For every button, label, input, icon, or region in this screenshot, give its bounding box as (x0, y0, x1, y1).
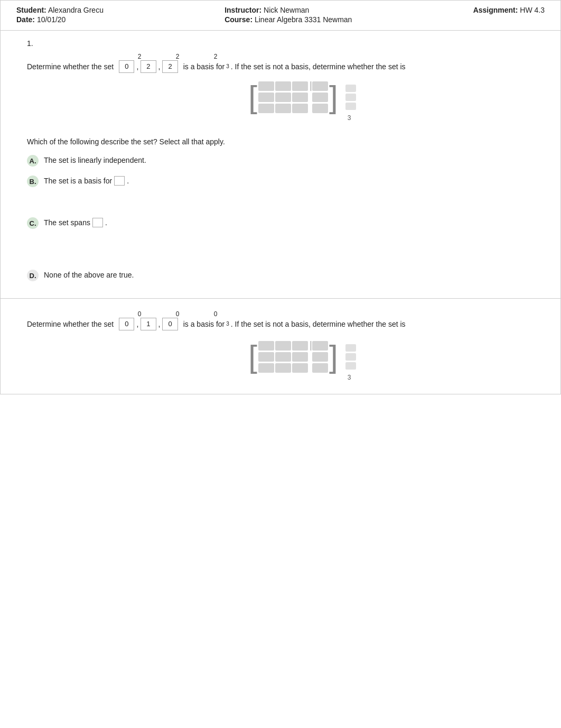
mc (258, 104, 274, 113)
mc (275, 81, 291, 91)
bracket-left-1: [ (247, 81, 258, 113)
choice-a-text: The set is linearly independent. (44, 154, 146, 166)
rhs-cell-2 (345, 344, 356, 352)
choice-b-inline (114, 176, 125, 186)
mc-gap (309, 93, 311, 102)
p2-vector2: 1 (141, 318, 156, 330)
aug-divider-2 (309, 341, 311, 351)
mc2 (292, 341, 308, 351)
choice-d-label: None of the above are true. (44, 269, 134, 281)
choice-d-text: None of the above are true. (44, 269, 134, 281)
spacer-bc (27, 196, 545, 217)
bracket-left-2: [ (247, 341, 258, 373)
p2-superscript: 3 (226, 320, 229, 328)
p2-statement-pre: Determine whether the set (27, 318, 114, 330)
mc (258, 81, 274, 91)
p2-statement-post2: . If the set is not a basis, determine w… (231, 318, 406, 330)
vector3: 2 (162, 60, 177, 73)
mc2 (312, 341, 328, 351)
choice-a-label: The set is linearly independent. (44, 154, 146, 166)
rhs-col-2 (345, 344, 356, 370)
mc (292, 81, 308, 91)
matrix-area-1: [ (59, 81, 545, 122)
mc2-gap (309, 352, 311, 362)
mc2 (292, 352, 308, 362)
mc (292, 93, 308, 102)
superscript1: 3 (226, 62, 229, 71)
badge-c: C. (27, 217, 39, 229)
mc2-gap (309, 363, 311, 373)
mc (312, 81, 328, 91)
vector2: 2 (141, 60, 156, 73)
matrix-visual-2: [ ] (247, 341, 356, 373)
problem1-num-text: 1. (27, 39, 33, 48)
problem1-section: 1. 2 2 2 Determine whether the set 0 , 2… (0, 31, 561, 299)
header-left: Student: Alexandra Grecu Date: 10/01/20 (16, 6, 104, 25)
p2-vec3-sup: 0 (206, 310, 225, 318)
choice-c-period: . (105, 217, 107, 228)
choice-a: A. The set is linearly independent. (27, 154, 545, 167)
mc-gap (309, 104, 311, 113)
mc (312, 104, 328, 113)
badge-a: A. (27, 155, 39, 167)
question-label-1: Which of the following describe the set?… (27, 137, 225, 146)
p2-vector1: 0 (119, 318, 134, 330)
problem1-number: 1. (27, 39, 545, 48)
rhs-cell (345, 94, 356, 101)
rhs-cell (345, 103, 356, 110)
rhs-col-1 (345, 85, 356, 110)
statement-post: is a basis for (183, 61, 225, 72)
date-value: 10/01/20 (37, 15, 66, 24)
student-line: Student: Alexandra Grecu (16, 6, 104, 14)
date-label: Date: (16, 15, 35, 24)
date-line: Date: 10/01/20 (16, 15, 104, 24)
rhs-cell-2 (345, 353, 356, 361)
assignment-label: Assignment: (473, 6, 518, 14)
vector1: 0 (119, 60, 134, 73)
problem1-statement: Determine whether the set 0 , 2 , 2 is a… (27, 60, 545, 73)
choice-b-text: The set is a basis for . (44, 175, 129, 187)
choices-container-1: A. The set is linearly independent. B. T… (27, 154, 545, 281)
mc (275, 93, 291, 102)
course-line: Course: Linear Algebra 3331 Newman (225, 15, 352, 24)
p2-vec1-sup: 0 (130, 310, 149, 318)
mc2 (258, 341, 274, 351)
page: Student: Alexandra Grecu Date: 10/01/20 … (0, 0, 561, 728)
choice-c-label: The set spans (44, 217, 90, 228)
badge-b: B. (27, 176, 39, 187)
assignment-line: Assignment: HW 4.3 (473, 6, 545, 14)
matrix-cells-2 (258, 341, 328, 373)
mc2 (275, 341, 291, 351)
vec1-sup: 2 (130, 53, 149, 60)
matrix-visual-1: [ (247, 81, 356, 113)
mc (258, 93, 274, 102)
choice-b-label: The set is a basis for (44, 175, 112, 187)
choice-b: B. The set is a basis for . (27, 175, 545, 187)
vec2-sup: 2 (168, 53, 187, 60)
aug-divider (309, 81, 311, 91)
mc2 (275, 363, 291, 373)
header-center: Instructor: Nick Newman Course: Linear A… (225, 6, 352, 25)
problem2-statement: Determine whether the set 0 , 1 , 0 is a… (27, 318, 545, 330)
choice-b-period: . (127, 175, 129, 187)
vector-superscripts-row: 2 2 2 (130, 53, 545, 60)
spacer-cd (27, 237, 545, 269)
assignment-value: HW 4.3 (520, 6, 545, 14)
statement-post2: . If the set is not a basis, determine w… (231, 61, 406, 72)
mc2 (258, 352, 274, 362)
question-text-1: Which of the following describe the set?… (27, 137, 545, 146)
rhs-cell-2 (345, 362, 356, 370)
mc2 (292, 363, 308, 373)
header-right: Assignment: HW 4.3 (473, 6, 545, 15)
mc2 (258, 363, 274, 373)
problem2-section: 0 0 0 Determine whether the set 0 , 1 , … (0, 299, 561, 394)
matrix-area-2: [ ] (59, 341, 545, 381)
instructor-label: Instructor: (225, 6, 261, 14)
choice-c-inline (92, 218, 103, 227)
matrix-subscript-2: 3 (348, 374, 351, 381)
choice-d: D. None of the above are true. (27, 269, 545, 281)
bracket-right-1: ] (328, 81, 339, 113)
mc2 (312, 352, 328, 362)
choice-c-text: The set spans . (44, 217, 107, 228)
matrix-cells-1 (258, 81, 328, 113)
